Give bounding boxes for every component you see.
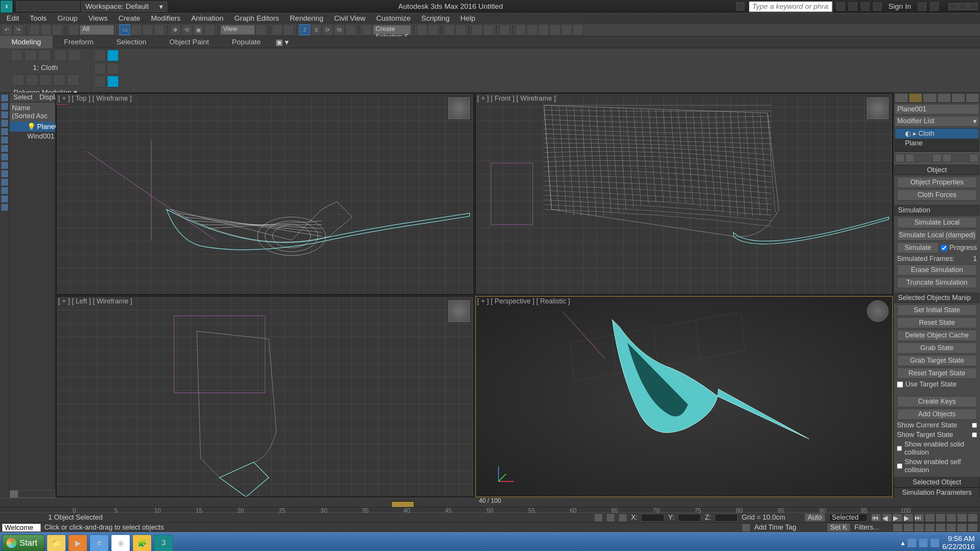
- menu-create[interactable]: Create: [113, 14, 145, 23]
- btn-add-obj[interactable]: Add Objects: [897, 409, 977, 420]
- placement-tool[interactable]: [204, 24, 215, 35]
- nav-4[interactable]: [968, 514, 978, 522]
- layer-explorer[interactable]: [456, 24, 466, 35]
- bind-btn[interactable]: [52, 24, 63, 35]
- tab-modeling[interactable]: Modeling: [0, 36, 52, 48]
- menu-animation[interactable]: Animation: [186, 14, 229, 23]
- scene-hscroll[interactable]: [10, 490, 55, 498]
- connect-icon[interactable]: [849, 2, 857, 11]
- poly-ic-1[interactable]: [11, 50, 23, 61]
- task-media-icon[interactable]: ▶: [68, 535, 87, 551]
- link-icon[interactable]: [70, 2, 80, 11]
- help-icon[interactable]: [930, 2, 939, 11]
- st-7[interactable]: [1, 145, 8, 152]
- snap-2d[interactable]: 2: [299, 24, 310, 35]
- menu-help[interactable]: Help: [455, 14, 480, 23]
- workspace-dropdown[interactable]: Workspace: Default▾: [81, 2, 167, 12]
- poly-ic-2[interactable]: [24, 50, 37, 61]
- render-active[interactable]: [561, 24, 572, 35]
- keymode-btn[interactable]: [283, 24, 294, 35]
- named-sel[interactable]: [361, 24, 372, 35]
- show-end-icon[interactable]: [905, 154, 915, 162]
- vp-left-label[interactable]: [ + ] [ Left ] [ Wireframe ]: [58, 297, 132, 305]
- btn-simulate[interactable]: Simulate: [897, 242, 939, 253]
- st-3[interactable]: [1, 111, 8, 119]
- new-icon[interactable]: [16, 2, 26, 11]
- nav-2[interactable]: [946, 514, 956, 522]
- undo-btn[interactable]: ↶: [2, 24, 12, 35]
- viewcube-left[interactable]: [448, 300, 470, 322]
- subobj-edge[interactable]: [26, 74, 38, 86]
- unlink-btn[interactable]: [41, 24, 51, 35]
- select-tool[interactable]: ▭: [119, 24, 130, 35]
- vnav-orbit[interactable]: [946, 523, 956, 532]
- pin-icon[interactable]: [895, 154, 905, 162]
- menu-modifiers[interactable]: Modifiers: [146, 14, 185, 23]
- st-12[interactable]: [1, 187, 8, 194]
- poly-ic-3[interactable]: [38, 50, 51, 61]
- named-sel-combo[interactable]: Create Selection S: [373, 25, 411, 35]
- render-iter[interactable]: [550, 24, 560, 35]
- star-icon[interactable]: [861, 2, 869, 11]
- tab-modify-icon[interactable]: [909, 93, 922, 103]
- rotate-tool[interactable]: ⟲: [181, 24, 192, 35]
- render-setup[interactable]: [515, 24, 526, 35]
- task-explorer-icon[interactable]: 📁: [47, 535, 66, 551]
- scale-tool[interactable]: ▣: [193, 24, 204, 35]
- align-btn[interactable]: [428, 24, 439, 35]
- minimize-icon[interactable]: [949, 3, 958, 10]
- iso-icon[interactable]: [606, 514, 615, 522]
- manip-btn[interactable]: [272, 24, 283, 35]
- chk-progress[interactable]: Progress: [941, 244, 977, 252]
- open-icon[interactable]: [27, 2, 37, 11]
- rect-region[interactable]: [142, 24, 153, 35]
- mirror-btn[interactable]: [416, 24, 427, 35]
- vnav-zoom[interactable]: [893, 523, 903, 532]
- object-name-field[interactable]: Plane001: [895, 104, 979, 114]
- vp-top-label[interactable]: [ + ] [ Top ] [ Wireframe ]: [58, 95, 132, 103]
- tab-create-icon[interactable]: [895, 93, 908, 103]
- info-icon[interactable]: [736, 2, 745, 11]
- menu-graph[interactable]: Graph Editors: [229, 14, 284, 23]
- chk-use-target[interactable]: Use Target State: [897, 380, 977, 388]
- vp-front-label[interactable]: [ + ] [ Front ] [ Wireframe ]: [477, 95, 556, 103]
- tab-display-icon[interactable]: [952, 93, 965, 103]
- btn-erase-sim[interactable]: Erase Simulation: [897, 264, 977, 276]
- scene-col-header[interactable]: Name (Sorted Asc: [10, 103, 55, 122]
- lock-icon[interactable]: [594, 514, 603, 522]
- sel-filter[interactable]: [68, 24, 79, 35]
- rr-3[interactable]: [94, 63, 106, 74]
- pct-snap[interactable]: %: [334, 24, 345, 35]
- rollout-selobj[interactable]: Selected Object: [894, 477, 980, 487]
- viewcube-top[interactable]: [448, 98, 470, 119]
- user-icon[interactable]: [873, 2, 882, 11]
- tab-hierarchy-icon[interactable]: [923, 93, 936, 103]
- curve-editor[interactable]: [472, 24, 482, 35]
- coord-combo[interactable]: View: [220, 25, 255, 35]
- tab-freeform[interactable]: Freeform: [52, 36, 105, 48]
- viewport-perspective[interactable]: [ + ] [ Perspective ] [ Realistic ]: [475, 296, 893, 497]
- remove-mod-icon[interactable]: [942, 154, 952, 162]
- task-ie-icon[interactable]: e: [90, 535, 109, 551]
- vnav-max[interactable]: [957, 523, 967, 532]
- save-icon[interactable]: [38, 2, 47, 11]
- rr-2[interactable]: [107, 50, 119, 61]
- undo-icon[interactable]: [48, 2, 58, 11]
- tray-chevron-icon[interactable]: ▴: [901, 539, 905, 547]
- subobj-elem[interactable]: [67, 74, 79, 86]
- btn-setkey[interactable]: Set K: [827, 523, 851, 532]
- subobj-vert[interactable]: [12, 74, 24, 86]
- window-cross[interactable]: [154, 24, 165, 35]
- rollout-simparams[interactable]: Simulation Parameters: [894, 487, 980, 498]
- viewcube-persp[interactable]: [867, 300, 889, 322]
- st-14[interactable]: [1, 204, 8, 211]
- tab-motion-icon[interactable]: [938, 93, 951, 103]
- keymode-combo[interactable]: Selected: [829, 514, 867, 522]
- st-1[interactable]: [1, 94, 8, 102]
- timetag-icon[interactable]: [742, 523, 750, 532]
- viewport-top[interactable]: [ + ] [ Top ] [ Wireframe ]: [56, 93, 474, 295]
- st-13[interactable]: [1, 195, 8, 203]
- scene-item-wind[interactable]: Wind001: [10, 132, 55, 141]
- script-listener[interactable]: Welcome to: [2, 524, 41, 531]
- rollout-object[interactable]: Object: [895, 165, 979, 175]
